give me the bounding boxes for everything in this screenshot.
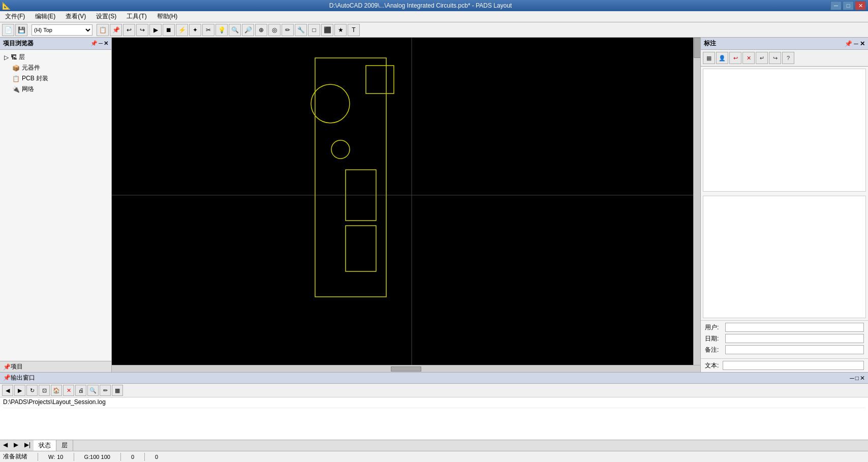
output-close-icon[interactable]: ✕ xyxy=(860,375,865,382)
toolbar-wrench[interactable]: 🔧 xyxy=(295,24,307,36)
status-w-label: W: xyxy=(48,454,55,460)
output-pen-btn[interactable]: ✏ xyxy=(100,385,111,396)
tree-nets-icon: 🔌 xyxy=(12,86,20,93)
toolbar-pen[interactable]: ✏ xyxy=(282,24,294,36)
toolbar-stop[interactable]: ⏹ xyxy=(163,24,175,36)
output-nav-next1[interactable]: ▶ xyxy=(11,440,21,451)
date-input[interactable] xyxy=(725,334,864,343)
tree-components-icon: 📦 xyxy=(12,65,20,72)
date-field-row: 日期: xyxy=(705,334,864,343)
annotation-pin-icon[interactable]: 📌 xyxy=(845,40,852,47)
toolbar-rect[interactable]: □ xyxy=(308,24,320,36)
annotation-close-icon[interactable]: ✕ xyxy=(860,40,865,47)
menu-view[interactable]: 查看(V) xyxy=(63,11,89,22)
toolbar-zoom-out[interactable]: 🔍 xyxy=(229,24,241,36)
toolbar-highlight[interactable]: ✦ xyxy=(189,24,201,36)
tree-item-pcb[interactable]: 📋 PCB 封装 xyxy=(10,73,109,84)
output-newwindow-btn[interactable]: ⊡ xyxy=(39,385,50,396)
toolbar-zoom-fit[interactable]: ⊕ xyxy=(255,24,267,36)
output-stop-btn[interactable]: ✕ xyxy=(63,385,74,396)
toolbar-new[interactable]: 📄 xyxy=(2,24,14,36)
canvas-area[interactable] xyxy=(112,38,700,372)
annot-user-btn[interactable]: 👤 xyxy=(716,52,728,64)
status-g: G:100 100 xyxy=(84,454,110,460)
annotation-text-area-1[interactable] xyxy=(703,69,866,192)
toolbar-text[interactable]: T xyxy=(348,24,360,36)
note-input[interactable] xyxy=(725,345,864,354)
tree-item-components[interactable]: 📦 元器件 xyxy=(10,63,109,73)
panel-minimize-icon[interactable]: ─ xyxy=(99,40,103,47)
status-sep-1 xyxy=(38,453,38,461)
tree-item-nets[interactable]: 🔌 网络 xyxy=(10,84,109,95)
tree-pcb-label: PCB 封装 xyxy=(22,74,48,83)
menu-settings[interactable]: 设置(S) xyxy=(93,11,119,22)
output-back-btn[interactable]: ◀ xyxy=(2,385,13,396)
annotation-toolbar: ▦ 👤 ↩ ✕ ↵ ↪ ? xyxy=(701,50,868,67)
annot-redo-btn[interactable]: ↪ xyxy=(769,52,781,64)
output-tab-status[interactable]: 状态 xyxy=(34,440,56,451)
annot-help-btn[interactable]: ? xyxy=(782,52,794,64)
output-minimize-icon[interactable]: ─ xyxy=(850,375,854,382)
output-print-btn[interactable]: 🖨 xyxy=(75,385,86,396)
toolbar-nets[interactable]: ⚡ xyxy=(176,24,188,36)
annotation-panel-controls: 📌 ─ ✕ xyxy=(845,40,865,47)
tree-nets-label: 网络 xyxy=(22,85,34,94)
project-tab[interactable]: 📌 项目 xyxy=(0,361,111,372)
toolbar-rotate-cw[interactable]: ↪ xyxy=(136,24,148,36)
output-header: 📌输出窗口 ─ □ ✕ xyxy=(0,373,868,384)
annot-close-red-btn[interactable]: ✕ xyxy=(742,52,755,64)
title-text: D:\AutoCAD 2009\...\Analog Integrated Ci… xyxy=(329,2,512,9)
annot-undo-red-btn[interactable]: ↩ xyxy=(729,52,741,64)
toolbar-copy[interactable]: 📋 xyxy=(97,24,109,36)
panel-controls: 📌 ─ ✕ xyxy=(90,40,108,47)
annot-table-btn[interactable]: ▦ xyxy=(703,52,715,64)
minimize-button[interactable]: ─ xyxy=(830,1,842,10)
annotation-fields: 用户: 日期: 备注: xyxy=(701,320,868,358)
menu-file[interactable]: 文件(F) xyxy=(2,11,28,22)
output-refresh-btn[interactable]: ↻ xyxy=(26,385,38,396)
panel-close-icon[interactable]: ✕ xyxy=(104,40,108,47)
output-tab-layers[interactable]: 层 xyxy=(56,440,73,451)
toolbar-save[interactable]: 💾 xyxy=(15,24,27,36)
menu-help[interactable]: 帮助(H) xyxy=(154,11,181,22)
panel-pin-icon[interactable]: 📌 xyxy=(90,40,98,47)
user-input[interactable] xyxy=(725,323,864,332)
menu-tools[interactable]: 工具(T) xyxy=(123,11,149,22)
tree-item-layers[interactable]: ▷ 🏗 层 xyxy=(2,52,109,63)
restore-button[interactable]: □ xyxy=(843,1,854,10)
output-find-btn[interactable]: 🔍 xyxy=(87,385,99,396)
output-panel: 📌输出窗口 ─ □ ✕ ◀ ▶ ↻ ⊡ 🏠 ✕ 🖨 🔍 ✏ ▦ D:\PADS\… xyxy=(0,372,868,451)
output-forward-btn[interactable]: ▶ xyxy=(14,385,25,396)
wenben-input[interactable] xyxy=(723,361,864,370)
tree-expand-icon: ▷ xyxy=(4,54,9,61)
output-grid-btn[interactable]: ▦ xyxy=(112,385,123,396)
tree-layers-label: 层 xyxy=(19,53,25,61)
toolbar-cut[interactable]: ✂ xyxy=(202,24,214,36)
toolbar-rotate-ccw[interactable]: ↩ xyxy=(123,24,135,36)
toolbar-paste[interactable]: 📌 xyxy=(110,24,122,36)
tree-group: 📦 元器件 📋 PCB 封装 🔌 网络 xyxy=(2,63,109,95)
annotation-text-area-2[interactable] xyxy=(703,196,866,319)
toolbar-lamp[interactable]: 💡 xyxy=(215,24,228,36)
menu-edit[interactable]: 编辑(E) xyxy=(32,11,58,22)
toolbar-zoom-in[interactable]: 🔎 xyxy=(242,24,254,36)
toolbar-circle[interactable]: ◎ xyxy=(268,24,281,36)
tree-layers-icon: 🏗 xyxy=(11,54,17,61)
output-maxrestore-icon[interactable]: □ xyxy=(855,375,859,382)
toolbar-fill-rect[interactable]: ⬛ xyxy=(321,24,333,36)
close-button[interactable]: ✕ xyxy=(855,1,866,10)
toolbar-star[interactable]: ★ xyxy=(334,24,347,36)
toolbar-play[interactable]: ▶ xyxy=(149,24,162,36)
canvas-scrollbar-vertical[interactable] xyxy=(693,38,700,372)
output-tabs: ◀ ▶ ▶| 状态 层 xyxy=(0,440,868,451)
annot-enter-btn[interactable]: ↵ xyxy=(756,52,768,64)
annotation-minimize-icon[interactable]: ─ xyxy=(854,40,858,47)
project-browser-title: 项目浏览器 xyxy=(3,39,34,48)
output-nav-prev[interactable]: ◀ xyxy=(0,440,11,451)
layer-dropdown[interactable]: (H) Top (H) Bottom xyxy=(32,24,92,36)
output-nav-end[interactable]: ▶| xyxy=(21,440,34,451)
status-w-value: 10 xyxy=(57,454,63,460)
canvas-scrollbar-horizontal[interactable] xyxy=(112,365,700,372)
toolbar: 📄 💾 (H) Top (H) Bottom 📋 📌 ↩ ↪ ▶ ⏹ ⚡ ✦ ✂… xyxy=(0,22,868,38)
output-home-btn[interactable]: 🏠 xyxy=(51,385,62,396)
